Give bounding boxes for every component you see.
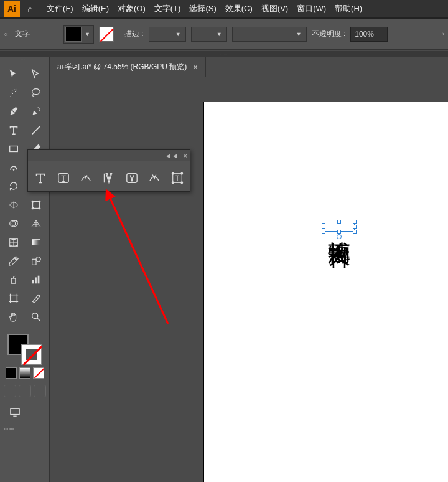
gradient-button[interactable] (19, 367, 30, 379)
touch-type-tool[interactable] (169, 170, 185, 186)
width-tool[interactable] (2, 196, 25, 214)
blend-tool[interactable] (25, 252, 47, 270)
shaper-tool[interactable] (2, 158, 25, 177)
document-tab-title: ai-学习.ai* @ 74.55% (RGB/GPU 预览) (57, 62, 187, 72)
canvas[interactable]: 博物大百科 (50, 77, 448, 482)
shape-builder-tool[interactable] (2, 214, 25, 233)
mesh-tool[interactable] (2, 233, 25, 252)
main-area: :::::: (0, 57, 448, 482)
pen-tool[interactable] (2, 102, 25, 121)
selection-handle[interactable] (353, 220, 357, 224)
vertical-type-on-path-tool[interactable] (147, 170, 162, 186)
svg-point-29 (181, 182, 183, 184)
type-tool[interactable] (2, 121, 25, 139)
vertical-type-tool[interactable] (101, 170, 117, 186)
rotate-tool[interactable] (2, 177, 25, 196)
symbol-sprayer-tool[interactable] (2, 270, 25, 289)
caret-right-icon[interactable]: › (442, 31, 444, 37)
direct-selection-tool[interactable] (25, 65, 47, 83)
zoom-tool[interactable] (25, 308, 47, 326)
line-segment-tool[interactable] (25, 121, 47, 139)
none-color-button[interactable] (33, 367, 44, 379)
menu-select[interactable]: 选择(S) (189, 3, 216, 14)
type-on-path-tool[interactable] (78, 170, 94, 186)
home-icon[interactable]: ⌂ (27, 4, 33, 14)
perspective-grid-tool[interactable] (25, 214, 47, 233)
menu-object[interactable]: 对象(O) (118, 3, 146, 14)
chevron-down-icon: ▼ (174, 31, 183, 37)
flyout-tools (28, 166, 190, 191)
area-type-tool[interactable] (56, 170, 72, 186)
svg-point-2 (13, 169, 14, 171)
draw-behind-button[interactable] (19, 385, 31, 397)
menu-edit[interactable]: 编辑(E) (82, 3, 109, 14)
grip-icon[interactable]: :::::: (28, 161, 190, 166)
divider (119, 24, 119, 44)
hand-tool[interactable] (2, 308, 25, 326)
close-icon[interactable]: × (193, 62, 198, 72)
selection-handle[interactable] (337, 220, 341, 224)
solid-color-button[interactable] (6, 367, 17, 379)
selection-handle[interactable] (322, 225, 325, 229)
menu-view[interactable]: 视图(V) (261, 3, 288, 14)
opacity-value: 100% (355, 30, 374, 39)
opacity-input[interactable]: 100% (350, 27, 388, 42)
selection-handle[interactable] (322, 220, 325, 224)
free-transform-tool[interactable] (25, 196, 47, 214)
selection-handle[interactable] (322, 230, 325, 234)
document-tab[interactable]: ai-学习.ai* @ 74.55% (RGB/GPU 预览) × (50, 57, 206, 77)
draw-inside-button[interactable] (34, 385, 46, 397)
stroke-swatch[interactable] (21, 344, 42, 365)
menu-type[interactable]: 文字(T) (154, 3, 181, 14)
rectangle-tool[interactable] (2, 139, 25, 158)
brush-definition-select[interactable]: ▼ (232, 27, 307, 42)
magic-wand-tool[interactable] (2, 83, 25, 102)
svg-rect-18 (35, 277, 37, 283)
fill-stroke-swatches[interactable] (7, 334, 42, 365)
eyedropper-tool[interactable] (2, 252, 25, 270)
close-icon[interactable]: × (184, 152, 187, 159)
menu-help[interactable]: 帮助(H) (335, 3, 362, 14)
selection-handle[interactable] (337, 230, 341, 234)
text-out-port[interactable] (337, 234, 342, 239)
type-tool[interactable] (33, 170, 49, 186)
menu-file[interactable]: 文件(F) (47, 3, 73, 14)
flyout-header[interactable]: ◄◄ × (28, 150, 190, 161)
vertical-area-type-tool[interactable] (124, 170, 139, 186)
grip-icon[interactable]: :::::: (3, 59, 47, 65)
slice-tool[interactable] (25, 289, 47, 308)
selected-text-frame[interactable]: 博物大百科 (324, 222, 355, 232)
draw-normal-button[interactable] (4, 385, 16, 397)
curvature-tool[interactable] (25, 102, 47, 121)
brush-profile-select[interactable]: ▼ (191, 27, 227, 42)
opacity-label[interactable]: 不透明度 : (312, 29, 346, 39)
svg-point-27 (181, 172, 183, 174)
stroke-none-icon[interactable] (99, 27, 114, 42)
lasso-tool[interactable] (25, 83, 47, 102)
artboard-tool[interactable] (2, 289, 25, 308)
collapse-icon[interactable]: ◄◄ (165, 152, 179, 159)
svg-rect-20 (10, 295, 17, 302)
svg-point-9 (39, 207, 40, 209)
selection-handle[interactable] (353, 230, 357, 234)
color-picker-section: ┅┅ (4, 330, 46, 438)
svg-point-6 (32, 201, 34, 202)
collapse-icon[interactable]: « (4, 30, 10, 39)
type-tool-flyout-panel: ◄◄ × :::::: (27, 149, 190, 192)
selection-tool[interactable] (2, 65, 25, 83)
tool-grid (2, 65, 47, 326)
column-graph-tool[interactable] (25, 270, 47, 289)
color-mode-row (4, 367, 46, 379)
selection-handle[interactable] (353, 225, 357, 229)
stroke-label[interactable]: 描边 : (124, 29, 144, 39)
stroke-weight-select[interactable]: ▼ (149, 27, 186, 42)
workspace: ai-学习.ai* @ 74.55% (RGB/GPU 预览) × 博物大百科 (50, 57, 448, 482)
vertical-text: 博物大百科 (326, 224, 351, 230)
artboard: 博物大百科 (204, 102, 448, 482)
tools-overflow-button[interactable]: ┅┅ (4, 425, 46, 433)
screen-mode-button[interactable] (4, 404, 26, 421)
menu-effect[interactable]: 效果(C) (225, 3, 253, 14)
gradient-tool[interactable] (25, 233, 47, 252)
menu-window[interactable]: 窗口(W) (297, 3, 326, 14)
fill-color-button[interactable]: ▼ (63, 25, 94, 44)
